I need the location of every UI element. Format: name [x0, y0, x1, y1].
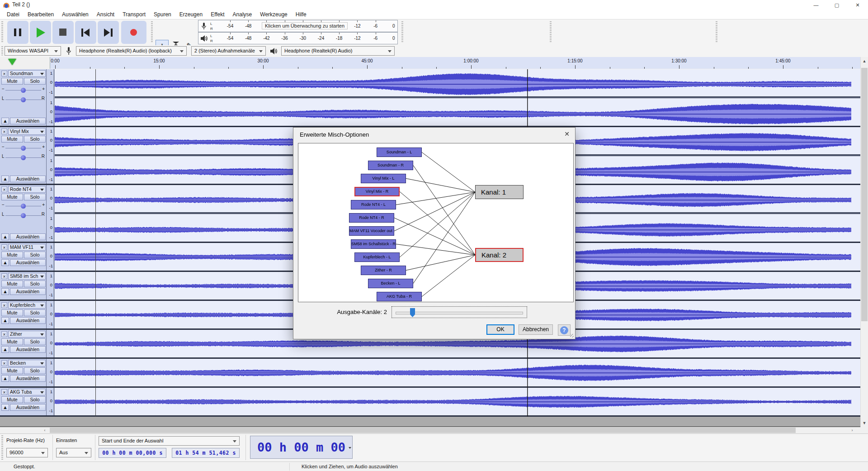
- horizontal-scroll-thumb[interactable]: [50, 428, 796, 433]
- pan-thumb[interactable]: [21, 213, 26, 218]
- gain-thumb[interactable]: [21, 146, 26, 151]
- collapse-button[interactable]: ▲: [1, 233, 9, 240]
- mixer-channel-button[interactable]: Soundman - L: [377, 147, 422, 157]
- recording-meter[interactable]: L R -54-48-42-36-30-24-18-12-60 Klicken …: [198, 20, 398, 32]
- vertical-scrollbar[interactable]: ▲ ▼: [860, 57, 868, 427]
- pan-thumb[interactable]: [21, 97, 26, 102]
- track-close-icon[interactable]: ×: [1, 389, 7, 395]
- menu-bearbeiten[interactable]: Bearbeiten: [24, 10, 58, 19]
- collapse-button[interactable]: ▲: [1, 118, 9, 124]
- scroll-down-icon[interactable]: ▼: [861, 420, 868, 426]
- track-name-menu[interactable]: Becken: [8, 360, 46, 366]
- toolbar-grip[interactable]: [401, 21, 403, 43]
- scroll-left-icon[interactable]: ‹: [42, 427, 48, 433]
- audio-position-display[interactable]: 00 h 00 m 00 s: [250, 436, 353, 459]
- monitoring-hint[interactable]: Klicken um Überwachung zu starten: [262, 22, 348, 29]
- solo-button[interactable]: Solo: [24, 136, 46, 143]
- track-close-icon[interactable]: ×: [1, 128, 7, 134]
- track-close-icon[interactable]: ×: [1, 302, 7, 308]
- vertical-scroll-thumb[interactable]: [861, 68, 868, 321]
- toolbar-grip[interactable]: [1, 435, 3, 460]
- cancel-button[interactable]: Abbrechen: [519, 324, 553, 335]
- pan-slider[interactable]: LR: [2, 95, 45, 104]
- track-name-menu[interactable]: Rode NT4: [8, 186, 46, 193]
- mute-button[interactable]: Mute: [1, 78, 23, 85]
- recording-device-select[interactable]: Headphone (Realtek(R) Audio) (loopback): [76, 46, 187, 56]
- toolbar-grip[interactable]: [1, 46, 3, 56]
- output-channel-2[interactable]: Kanal: 2: [475, 248, 524, 262]
- select-button[interactable]: Auswählen: [10, 346, 46, 353]
- output-channel-1[interactable]: Kanal: 1: [475, 185, 524, 199]
- skip-to-start-button[interactable]: [75, 21, 96, 44]
- select-button[interactable]: Auswählen: [10, 259, 46, 266]
- playback-device-select[interactable]: Headphone (Realtek(R) Audio): [281, 46, 395, 56]
- track-name-menu[interactable]: Zither: [8, 331, 46, 338]
- waveform-lane[interactable]: [55, 388, 860, 415]
- minimize-button[interactable]: —: [806, 0, 826, 10]
- toolbar-grip[interactable]: [716, 21, 717, 43]
- mute-button[interactable]: Mute: [1, 194, 23, 200]
- track-name-menu[interactable]: Kupferblech: [8, 302, 46, 309]
- maximize-button[interactable]: ▢: [826, 0, 847, 10]
- stop-button[interactable]: [52, 21, 74, 44]
- track-name-menu[interactable]: SM58 im Sch: [8, 273, 46, 280]
- help-button[interactable]: ?: [558, 324, 571, 336]
- mute-button[interactable]: Mute: [1, 396, 23, 403]
- mute-button[interactable]: Mute: [1, 367, 23, 374]
- mixer-channel-button[interactable]: Vinyl Mix - R: [354, 187, 400, 196]
- solo-button[interactable]: Solo: [24, 396, 46, 403]
- mixer-channel-button[interactable]: MAM VF11 Vocoder out - L: [349, 226, 394, 236]
- select-button[interactable]: Auswählen: [10, 233, 46, 240]
- select-button[interactable]: Auswählen: [10, 375, 46, 382]
- solo-button[interactable]: Solo: [24, 367, 46, 374]
- mute-button[interactable]: Mute: [1, 309, 23, 316]
- output-channels-slider[interactable]: [392, 306, 527, 318]
- project-rate-select[interactable]: 96000: [6, 448, 48, 457]
- select-button[interactable]: Auswählen: [10, 404, 46, 411]
- gain-slider[interactable]: −+: [2, 202, 45, 210]
- toolbar-grip[interactable]: [151, 21, 153, 43]
- mixer-channel-button[interactable]: Kupferblech - L: [354, 252, 400, 262]
- menu-transport[interactable]: Transport: [118, 10, 150, 19]
- mute-button[interactable]: Mute: [1, 338, 23, 345]
- collapse-button[interactable]: ▲: [1, 259, 9, 266]
- menu-effekt[interactable]: Effekt: [207, 10, 228, 19]
- timeline-ruler[interactable]: 0:0015:0030:0045:001:00:001:15:001:30:00…: [0, 57, 868, 70]
- track-close-icon[interactable]: ×: [1, 244, 7, 250]
- selection-start-field[interactable]: 00 h 00 m 00,000 s: [99, 448, 166, 458]
- pan-slider[interactable]: LR: [2, 153, 45, 162]
- waveform-lane[interactable]: [55, 69, 860, 126]
- mute-button[interactable]: Mute: [1, 252, 23, 258]
- select-button[interactable]: Auswählen: [10, 317, 46, 324]
- collapse-button[interactable]: ▲: [1, 288, 9, 295]
- solo-button[interactable]: Solo: [24, 194, 46, 200]
- play-button[interactable]: [30, 21, 51, 44]
- mute-button[interactable]: Mute: [1, 281, 23, 287]
- audio-host-select[interactable]: Windows WASAPI: [5, 46, 61, 56]
- dialog-close-icon[interactable]: ✕: [564, 130, 570, 138]
- scroll-up-icon[interactable]: ▲: [861, 58, 868, 64]
- gain-thumb[interactable]: [21, 88, 26, 93]
- record-button[interactable]: [121, 21, 146, 44]
- slider-thumb[interactable]: [410, 308, 415, 317]
- mixer-channel-button[interactable]: AKG Tuba - R: [377, 292, 422, 301]
- resize-grip[interactable]: [570, 334, 574, 338]
- track-close-icon[interactable]: ×: [1, 273, 7, 279]
- pause-button[interactable]: [7, 21, 28, 44]
- mixer-channel-button[interactable]: Rode NT4 - R: [349, 213, 394, 223]
- horizontal-scrollbar[interactable]: ‹ ›: [0, 427, 860, 433]
- mixer-channel-button[interactable]: Becken - L: [368, 279, 413, 288]
- track-close-icon[interactable]: ×: [1, 360, 7, 366]
- toolbar-grip[interactable]: [1, 21, 3, 43]
- menu-analyse[interactable]: Analyse: [229, 10, 256, 19]
- pan-thumb[interactable]: [21, 155, 26, 160]
- mixer-channel-button[interactable]: Rode NT4 - L: [351, 200, 396, 209]
- track-name-menu[interactable]: AKG Tuba: [8, 389, 46, 395]
- waveform-lane[interactable]: [55, 359, 860, 386]
- selection-mode-select[interactable]: Start und Ende der Auswahl: [99, 436, 240, 446]
- mixer-channel-button[interactable]: Soundman - R: [368, 161, 413, 170]
- solo-button[interactable]: Solo: [24, 252, 46, 258]
- mixer-channel-button[interactable]: Vinyl Mix - L: [361, 174, 406, 183]
- menu-spuren[interactable]: Spuren: [150, 10, 175, 19]
- menu-erzeugen[interactable]: Erzeugen: [175, 10, 207, 19]
